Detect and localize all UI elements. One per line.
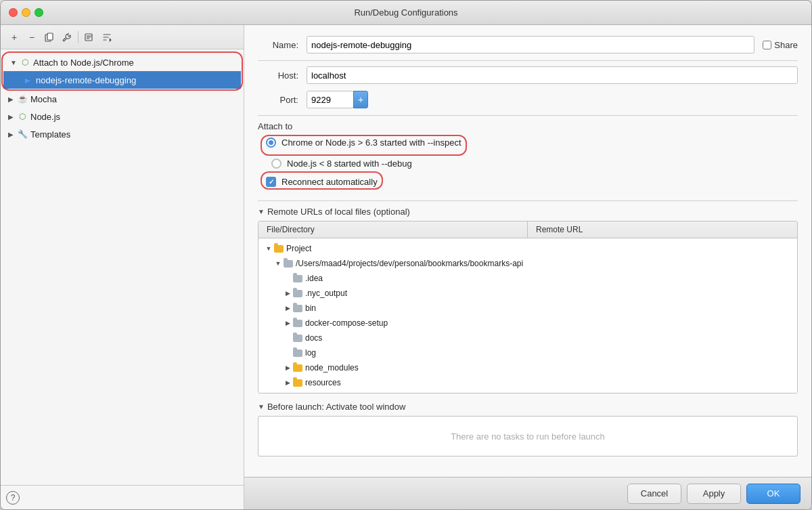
tree-item-templates[interactable]: ▶ 🔧 Templates [1,125,244,143]
close-button[interactable] [9,8,18,17]
ftree-label-docker: docker-compose-setup [305,318,388,328]
share-checkbox-area: Share [763,40,798,50]
tree-item-attach-node[interactable]: ▼ ⬡ Attach to Node.js/Chrome [3,54,241,71]
before-launch-area: There are no tasks to run before launch [258,416,798,456]
copy-button[interactable] [41,29,58,45]
tree-label-nodejs-remote: nodejs-remote-debugging [36,75,241,85]
titlebar-buttons [9,8,43,17]
tree-label-nodejs: Node.js [30,112,244,122]
main-content: + − ▼ [1,25,811,509]
attach-to-label: Attach to [258,121,798,131]
ftree-item-bookmarks-api[interactable]: ▼ /Users/maad4/projects/dev/personal/boo… [258,256,797,271]
header-file-directory: File/Directory [258,221,528,238]
main-window: Run/Debug Configurations + − [0,0,812,510]
help-button[interactable]: ? [6,491,20,505]
config-icon: ▶ [22,75,33,85]
nodejs-icon: ⬡ [20,57,30,68]
folder-yellow-node-modules [292,362,303,373]
folder-gray-bookmarks [283,258,294,269]
right-content: Name: Share Host: Port: [244,25,811,477]
add-button[interactable]: + [6,29,22,45]
expand-arrow-nodejs: ▶ [6,112,16,121]
ftree-label-nyc: .nyc_output [305,289,347,298]
remove-button[interactable]: − [24,29,40,45]
radio-option-1-outline: Chrome or Node.js > 6.3 started with --i… [261,135,467,156]
wrench-button[interactable] [59,29,75,45]
ftree-label-bin: bin [305,303,316,313]
run-config-button[interactable] [81,29,97,45]
port-increment-button[interactable]: + [353,91,368,108]
name-input[interactable] [307,36,754,54]
ftree-item-docs[interactable]: ▶ docs [258,331,797,345]
ftree-item-bin[interactable]: ▶ bin [258,301,797,316]
radio-circle-1 [266,137,276,148]
maximize-button[interactable] [35,8,43,17]
ftree-label-bookmarks: /Users/maad4/projects/dev/personal/bookm… [296,259,523,268]
tree-item-mocha[interactable]: ▶ ☕ Mocha [1,90,244,108]
reconnect-checkbox [266,177,276,187]
reconnect-outline: Reconnect automatically [261,171,383,190]
tree-label-templates: Templates [30,129,244,140]
before-launch-label: Before launch: Activate tool window [267,402,406,412]
remote-urls-arrow: ▼ [258,208,265,215]
ftree-item-idea[interactable]: ▶ .idea [258,271,797,286]
ftree-arrow-project: ▼ [264,245,273,252]
ftree-label-node-modules: node_modules [305,363,359,373]
folder-yellow-project [273,243,284,254]
share-label: Share [774,40,798,50]
minimize-button[interactable] [22,8,30,17]
file-table: File/Directory Remote URL ▼ Project [258,221,798,394]
ftree-arrow-bin: ▶ [283,305,292,312]
divider-3 [258,200,798,201]
before-launch-header[interactable]: ▼ Before launch: Activate tool window [258,402,798,412]
expand-arrow-templates: ▶ [6,129,16,139]
host-input[interactable] [307,66,798,84]
host-row: Host: [258,66,798,84]
divider-1 [258,60,798,61]
folder-gray-docs [292,333,303,343]
remote-urls-header[interactable]: ▼ Remote URLs of local files (optional) [258,207,798,217]
expand-arrow-attach: ▼ [9,58,18,67]
left-bottom: ? [1,485,244,509]
folder-gray-log [292,347,303,358]
share-checkbox[interactable] [763,41,771,49]
ftree-arrow-resources: ▶ [283,379,292,386]
toolbar-separator [78,31,78,43]
port-row: Port: + [258,91,798,108]
reconnect-checkbox-option[interactable]: Reconnect automatically [266,177,378,187]
apply-button[interactable]: Apply [687,484,741,504]
ok-button[interactable]: OK [746,484,800,504]
ftree-label-idea: .idea [305,274,323,283]
sort-button[interactable] [99,29,115,45]
left-panel: + − ▼ [1,25,244,509]
remote-urls-label: Remote URLs of local files (optional) [267,207,410,217]
tree-item-nodejs[interactable]: ▶ ⬡ Node.js [1,108,244,125]
ftree-item-docker[interactable]: ▶ docker-compose-setup [258,316,797,331]
tree-item-nodejs-remote[interactable]: ▶ nodejs-remote-debugging [3,71,241,89]
port-input[interactable] [307,91,354,108]
header-remote-url: Remote URL [528,221,797,238]
ftree-item-project[interactable]: ▼ Project [258,241,797,256]
ftree-label-project: Project [286,244,311,253]
ftree-label-log: log [305,348,316,358]
ftree-item-node-modules[interactable]: ▶ node_modules [258,360,797,375]
ftree-arrow-node-modules: ▶ [283,364,292,371]
ftree-item-nyc[interactable]: ▶ .nyc_output [258,286,797,301]
folder-gray-docker [292,318,303,328]
titlebar: Run/Debug Configurations [1,1,811,25]
config-tree: ▼ ⬡ Attach to Node.js/Chrome ▶ nodejs-re… [1,49,244,485]
radio-label-1: Chrome or Node.js > 6.3 started with --i… [281,137,461,148]
ftree-item-resources[interactable]: ▶ resources [258,375,797,390]
wrench-tree-icon: 🔧 [17,129,28,140]
window-title: Run/Debug Configurations [354,7,457,18]
ftree-label-docs: docs [305,333,322,343]
folder-gray-idea [292,273,303,284]
radio-option-inspect[interactable]: Chrome or Node.js > 6.3 started with --i… [266,137,461,148]
bottom-bar: Cancel Apply OK [244,477,811,509]
radio-option-debug[interactable]: Node.js < 8 started with --debug [271,158,798,169]
host-label: Host: [258,70,298,81]
cancel-button[interactable]: Cancel [627,484,681,504]
ftree-item-log[interactable]: ▶ log [258,345,797,360]
tree-label-mocha: Mocha [30,94,244,104]
toolbar: + − [1,25,244,49]
